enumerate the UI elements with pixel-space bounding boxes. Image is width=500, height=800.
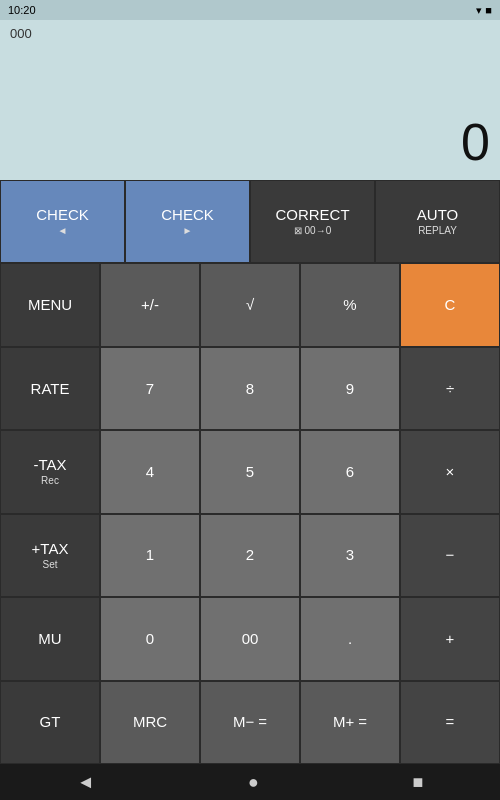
divide-label: ÷ bbox=[446, 380, 454, 398]
tax-plus-button[interactable]: +TAXSet bbox=[0, 514, 100, 597]
percent-button[interactable]: % bbox=[300, 263, 400, 346]
m-minus-label: M− = bbox=[233, 713, 267, 731]
mu-button[interactable]: MU bbox=[0, 597, 100, 680]
plus-minus-label: +/- bbox=[141, 296, 159, 314]
two-button[interactable]: 2 bbox=[200, 514, 300, 597]
six-label: 6 bbox=[346, 463, 354, 481]
tax-minus-label: -TAX bbox=[33, 456, 66, 474]
display-area: 000 0 bbox=[0, 20, 500, 180]
button-row-1: MENU+/-√%C bbox=[0, 263, 500, 346]
five-label: 5 bbox=[246, 463, 254, 481]
clear-button[interactable]: C bbox=[400, 263, 500, 346]
rate-button[interactable]: RATE bbox=[0, 347, 100, 430]
gt-button[interactable]: GT bbox=[0, 681, 100, 764]
equals-label: = bbox=[446, 713, 455, 731]
subtract-button[interactable]: − bbox=[400, 514, 500, 597]
subtract-label: − bbox=[446, 546, 455, 564]
check-forward-label: CHECK bbox=[161, 206, 214, 224]
status-bar: 10:20 ▾ ■ bbox=[0, 0, 500, 20]
gt-label: GT bbox=[40, 713, 61, 731]
tax-minus-button[interactable]: -TAXRec bbox=[0, 430, 100, 513]
correct-button[interactable]: CORRECT⊠ 00→0 bbox=[250, 180, 375, 263]
plus-minus-button[interactable]: +/- bbox=[100, 263, 200, 346]
check-forward-sublabel: ► bbox=[183, 225, 193, 237]
m-plus-label: M+ = bbox=[333, 713, 367, 731]
double-zero-label: 00 bbox=[242, 630, 259, 648]
decimal-label: . bbox=[348, 630, 352, 648]
main-display: 0 bbox=[461, 112, 490, 172]
two-label: 2 bbox=[246, 546, 254, 564]
navigation-bar: ◄ ● ■ bbox=[0, 764, 500, 800]
one-button[interactable]: 1 bbox=[100, 514, 200, 597]
three-button[interactable]: 3 bbox=[300, 514, 400, 597]
sqrt-button[interactable]: √ bbox=[200, 263, 300, 346]
one-label: 1 bbox=[146, 546, 154, 564]
status-icons: ▾ ■ bbox=[476, 4, 492, 17]
multiply-label: × bbox=[446, 463, 455, 481]
m-plus-button[interactable]: M+ = bbox=[300, 681, 400, 764]
nav-recent-icon[interactable]: ■ bbox=[412, 772, 423, 793]
check-back-sublabel: ◄ bbox=[58, 225, 68, 237]
add-label: + bbox=[446, 630, 455, 648]
menu-button[interactable]: MENU bbox=[0, 263, 100, 346]
seven-label: 7 bbox=[146, 380, 154, 398]
decimal-button[interactable]: . bbox=[300, 597, 400, 680]
four-button[interactable]: 4 bbox=[100, 430, 200, 513]
mu-label: MU bbox=[38, 630, 61, 648]
check-back-label: CHECK bbox=[36, 206, 89, 224]
button-row-2: RATE789÷ bbox=[0, 347, 500, 430]
five-button[interactable]: 5 bbox=[200, 430, 300, 513]
status-time: 10:20 bbox=[8, 4, 36, 16]
tax-minus-sublabel: Rec bbox=[41, 475, 59, 487]
four-label: 4 bbox=[146, 463, 154, 481]
button-row-4: +TAXSet123− bbox=[0, 514, 500, 597]
tax-plus-label: +TAX bbox=[32, 540, 69, 558]
mrc-button[interactable]: MRC bbox=[100, 681, 200, 764]
auto-replay-sublabel: REPLAY bbox=[418, 225, 457, 237]
double-zero-button[interactable]: 00 bbox=[200, 597, 300, 680]
sqrt-label: √ bbox=[246, 296, 254, 314]
nav-back-icon[interactable]: ◄ bbox=[77, 772, 95, 793]
button-row-5: MU000.+ bbox=[0, 597, 500, 680]
zero-label: 0 bbox=[146, 630, 154, 648]
eight-label: 8 bbox=[246, 380, 254, 398]
mrc-label: MRC bbox=[133, 713, 167, 731]
nine-label: 9 bbox=[346, 380, 354, 398]
correct-sublabel: ⊠ 00→0 bbox=[294, 225, 331, 237]
add-button[interactable]: + bbox=[400, 597, 500, 680]
nine-button[interactable]: 9 bbox=[300, 347, 400, 430]
zero-button[interactable]: 0 bbox=[100, 597, 200, 680]
check-back-button[interactable]: CHECK◄ bbox=[0, 180, 125, 263]
auto-replay-label: AUTO bbox=[417, 206, 458, 224]
seven-button[interactable]: 7 bbox=[100, 347, 200, 430]
tax-plus-sublabel: Set bbox=[42, 559, 57, 571]
menu-label: MENU bbox=[28, 296, 72, 314]
eight-button[interactable]: 8 bbox=[200, 347, 300, 430]
rate-label: RATE bbox=[31, 380, 70, 398]
button-row-3: -TAXRec456× bbox=[0, 430, 500, 513]
calculator-body: CHECK◄CHECK►CORRECT⊠ 00→0AUTOREPLAYMENU+… bbox=[0, 180, 500, 764]
check-forward-button[interactable]: CHECK► bbox=[125, 180, 250, 263]
three-label: 3 bbox=[346, 546, 354, 564]
multiply-button[interactable]: × bbox=[400, 430, 500, 513]
correct-label: CORRECT bbox=[275, 206, 349, 224]
button-row-6: GTMRCM− =M+ == bbox=[0, 681, 500, 764]
tape-display: 000 bbox=[10, 26, 490, 41]
six-button[interactable]: 6 bbox=[300, 430, 400, 513]
divide-button[interactable]: ÷ bbox=[400, 347, 500, 430]
percent-label: % bbox=[343, 296, 356, 314]
equals-button[interactable]: = bbox=[400, 681, 500, 764]
nav-home-icon[interactable]: ● bbox=[248, 772, 259, 793]
m-minus-button[interactable]: M− = bbox=[200, 681, 300, 764]
auto-replay-button[interactable]: AUTOREPLAY bbox=[375, 180, 500, 263]
clear-label: C bbox=[445, 296, 456, 314]
button-row-0: CHECK◄CHECK►CORRECT⊠ 00→0AUTOREPLAY bbox=[0, 180, 500, 263]
